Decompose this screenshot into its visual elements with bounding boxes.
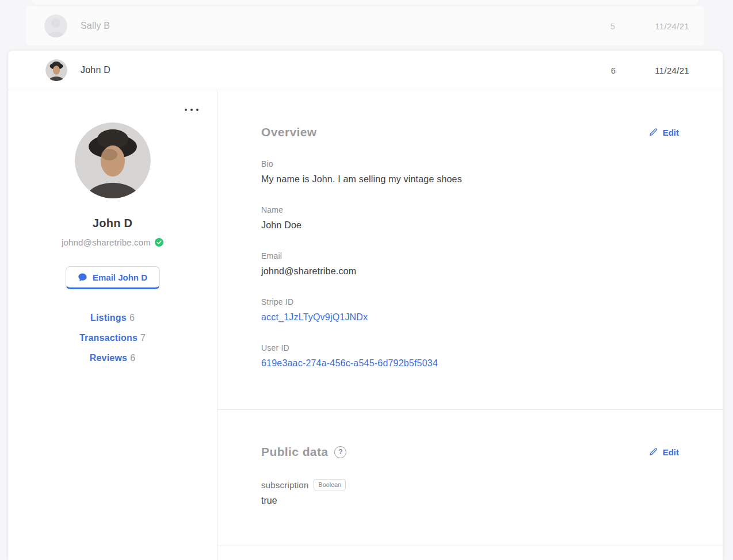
row-date: 11/24/21 xyxy=(655,6,689,45)
row-date: 11/24/21 xyxy=(655,51,689,90)
row-user-name: John D xyxy=(81,51,110,90)
pencil-icon xyxy=(649,447,658,457)
stripe-id-link[interactable]: acct_1JzLTyQv9jQ1JNDx xyxy=(261,311,679,324)
profile-name: John D xyxy=(8,217,217,230)
nav-reviews-link[interactable]: Reviews6 xyxy=(8,352,217,364)
user-admin-page: Sally B 5 11/24/21 John D 6 11/24/21 xyxy=(0,0,733,560)
field-value: true xyxy=(261,496,679,506)
avatar xyxy=(44,14,67,37)
verified-icon xyxy=(155,238,163,247)
previous-row-partial[interactable] xyxy=(32,0,698,5)
detail-content: Overview Edit xyxy=(217,90,723,560)
field-label: Bio xyxy=(261,159,679,168)
field-value: John Doe xyxy=(261,219,679,232)
pencil-icon xyxy=(649,128,658,137)
field-email: Email johnd@sharetribe.com xyxy=(261,251,679,278)
field-name: Name John Doe xyxy=(261,205,679,232)
field-subscription: subscription Boolean xyxy=(261,479,679,490)
field-user-id: User ID 619e3aac-274a-456c-a545-6d792b5f… xyxy=(261,343,679,370)
email-user-button[interactable]: Email John D xyxy=(66,266,160,289)
type-badge: Boolean xyxy=(314,479,346,490)
user-id-link[interactable]: 619e3aac-274a-456c-a545-6d792b5f5034 xyxy=(261,357,679,370)
profile-email: johnd@sharetribe.com xyxy=(62,237,151,247)
public-data-title: Public data xyxy=(261,445,328,459)
public-data-section: Public data ? Edit xyxy=(217,410,723,546)
overview-title: Overview xyxy=(261,125,317,139)
profile-nav: Listings6 Transactions7 Reviews6 xyxy=(8,312,217,364)
help-icon[interactable]: ? xyxy=(334,446,346,458)
row-user-name: Sally B xyxy=(81,6,110,45)
user-card-john: John D 6 11/24/21 John D xyxy=(8,51,723,560)
row-listing-count: 6 xyxy=(603,51,624,90)
email-user-label: Email John D xyxy=(93,273,147,282)
chat-icon xyxy=(78,273,87,282)
profile-sidebar: John D johnd@sharetribe.com xyxy=(8,90,217,560)
next-section-partial xyxy=(217,546,723,560)
more-options-button[interactable] xyxy=(182,106,201,113)
nav-listings-link[interactable]: Listings6 xyxy=(8,312,217,324)
overview-section: Overview Edit xyxy=(217,90,723,410)
field-label: subscription xyxy=(261,480,308,490)
nav-transactions-count: 7 xyxy=(140,333,146,343)
user-row-sally[interactable]: Sally B 5 11/24/21 xyxy=(26,6,704,45)
row-listing-count: 5 xyxy=(602,6,623,45)
nav-listings-count: 6 xyxy=(129,313,135,323)
field-label: Name xyxy=(261,205,679,214)
field-label: Stripe ID xyxy=(261,297,679,306)
user-row-john[interactable]: John D 6 11/24/21 xyxy=(8,51,723,90)
field-stripe-id: Stripe ID acct_1JzLTyQv9jQ1JNDx xyxy=(261,297,679,324)
public-data-edit-button[interactable]: Edit xyxy=(649,447,679,457)
overview-edit-button[interactable]: Edit xyxy=(649,128,679,137)
field-label: Email xyxy=(261,251,679,260)
avatar xyxy=(45,59,67,81)
edit-label: Edit xyxy=(663,128,679,137)
field-value: johnd@sharetribe.com xyxy=(261,265,679,278)
profile-avatar xyxy=(75,122,151,198)
nav-transactions-link[interactable]: Transactions7 xyxy=(8,332,217,344)
field-value: My name is John. I am selling my vintage… xyxy=(261,173,679,186)
nav-reviews-count: 6 xyxy=(130,353,135,363)
field-bio: Bio My name is John. I am selling my vin… xyxy=(261,159,679,186)
field-label: User ID xyxy=(261,343,679,352)
edit-label: Edit xyxy=(663,447,679,457)
